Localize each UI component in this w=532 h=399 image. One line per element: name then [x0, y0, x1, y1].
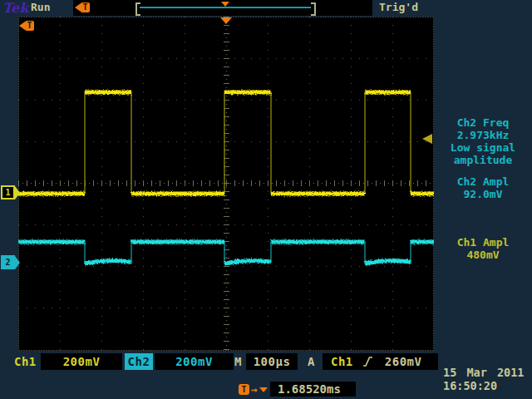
- graticule: T: [18, 17, 434, 351]
- timebase-label: M: [234, 353, 242, 370]
- trigger-state: Trig'd: [379, 1, 418, 13]
- horizontal-position-readout: 1.68520ms: [270, 382, 356, 397]
- oscilloscope-screen: Tek Run T Trig'd: [0, 0, 532, 399]
- acquisition-status: Run: [31, 1, 50, 13]
- trigger-level-arrow-icon: [422, 134, 432, 144]
- horizontal-arrow-icon: →: [251, 384, 258, 396]
- ch1-label: Ch1: [14, 353, 37, 370]
- measurement-label: Ch2 Freq: [434, 116, 532, 129]
- acq-window-line: [140, 7, 311, 8]
- acq-window-right-bracket-icon: [311, 2, 316, 16]
- measurement-note: amplitude: [434, 154, 532, 166]
- timebase-readout: 100µs: [246, 353, 298, 370]
- acq-trigger-marker-icon: [221, 2, 229, 7]
- graticule-grid: [18, 17, 434, 351]
- ch1-trace-edges: [18, 92, 434, 194]
- ch2-ground-marker: 2: [1, 255, 20, 269]
- measurement-value: 480mV: [434, 249, 532, 261]
- measurement-ch2-ampl: Ch2 Ampl 92.0mV: [434, 175, 532, 200]
- left-arrow-icon: [75, 3, 81, 12]
- measurement-value: 2.973kHz: [434, 129, 532, 141]
- measurement-label: Ch1 Ampl: [434, 236, 532, 249]
- horizontal-marker-triangle-icon: [259, 387, 268, 392]
- trigger-position-t-icon: T: [75, 2, 90, 12]
- ch2-scale-readout: 200mV: [155, 353, 234, 370]
- acquisition-bar: T: [73, 0, 372, 16]
- ch2-trace: [18, 242, 434, 264]
- trigger-offscreen-left-icon: T: [19, 21, 34, 31]
- t-letter: T: [239, 384, 249, 395]
- measurement-ch2-freq: Ch2 Freq 2.973kHz Low signal amplitude: [434, 116, 532, 166]
- rising-edge-icon: [362, 356, 373, 367]
- t-letter: T: [81, 2, 90, 12]
- acq-window-left-bracket-icon: [135, 2, 140, 16]
- measurement-ch1-ampl: Ch1 Ampl 480mV: [434, 236, 532, 261]
- trigger-position-marker-icon: [220, 17, 232, 24]
- horizontal-t-icon: T: [239, 384, 249, 395]
- right-point-icon: [15, 186, 20, 200]
- ch1-trace: [18, 92, 434, 194]
- ch1-scale-readout: 200mV: [41, 353, 122, 370]
- measurement-value: 92.0mV: [434, 188, 532, 200]
- t-letter: T: [25, 21, 34, 31]
- measurement-label: Ch2 Ampl: [434, 175, 532, 188]
- time: 16:50:20: [443, 379, 524, 392]
- trigger-type-label: A: [308, 353, 315, 370]
- brand-logo: Tek: [2, 0, 28, 16]
- datetime: 15 Mar 2011 16:50:20: [443, 366, 524, 392]
- trigger-readout: Ch1 260mV: [323, 353, 438, 370]
- measurement-note: Low signal: [434, 141, 532, 154]
- ch1-ground-marker: 1: [1, 185, 20, 200]
- right-point-icon: [15, 256, 20, 269]
- trigger-source: Ch1: [331, 353, 353, 370]
- ch2-label: Ch2: [125, 353, 153, 370]
- trigger-level: 260mV: [385, 353, 422, 370]
- date: 15 Mar 2011: [443, 366, 524, 379]
- left-arrow-icon: [19, 22, 25, 30]
